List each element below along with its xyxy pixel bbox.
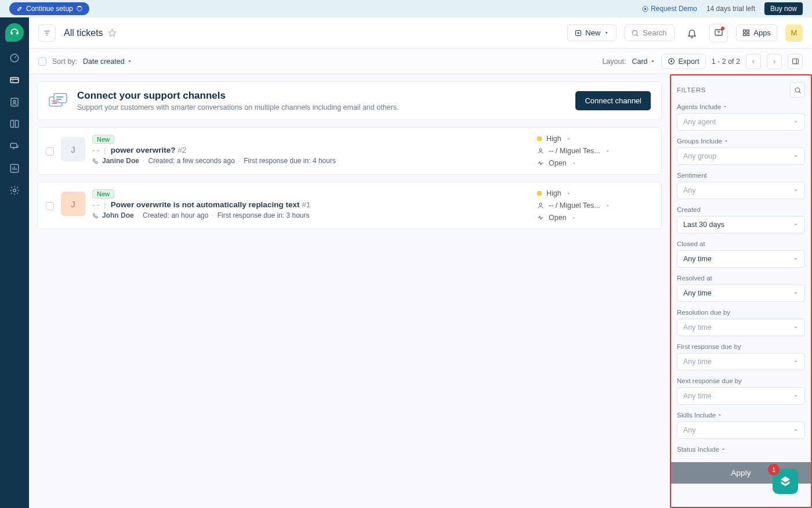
tickets-nav-icon[interactable] xyxy=(9,74,20,86)
ticket-checkbox[interactable] xyxy=(46,147,54,156)
app-logo[interactable] xyxy=(5,23,24,42)
prev-page-button[interactable] xyxy=(746,54,761,69)
admin-nav-icon[interactable] xyxy=(9,185,20,196)
chevron-down-icon xyxy=(793,153,799,159)
select-all-checkbox[interactable] xyxy=(38,57,46,66)
bell-icon xyxy=(687,28,697,38)
contacts-nav-icon[interactable] xyxy=(9,96,20,108)
priority-dropdown[interactable]: High xyxy=(537,135,653,143)
ticket-response-due: First response due in: 4 hours xyxy=(244,157,336,165)
filter-search-button[interactable] xyxy=(790,82,805,98)
ticket-contact: John Doe xyxy=(102,211,134,219)
social-nav-icon[interactable] xyxy=(9,140,20,152)
filter-select[interactable]: Any xyxy=(677,182,805,199)
agent-dropdown[interactable]: -- / Miguel Tes... xyxy=(537,147,653,155)
filter-label[interactable]: Status Include xyxy=(677,446,805,453)
filter-label: Sentiment xyxy=(677,172,805,179)
filter-group: Skills Include Any xyxy=(677,412,805,439)
chevron-down-icon xyxy=(793,119,799,125)
toggle-filter-panel-button[interactable] xyxy=(788,54,803,69)
priority-dropdown[interactable]: High xyxy=(537,189,653,197)
filter-select[interactable]: Any time xyxy=(677,250,805,268)
svg-point-19 xyxy=(539,149,542,151)
priority-indicator-icon xyxy=(537,191,542,196)
filter-label[interactable]: Agents Include xyxy=(677,103,805,110)
chevron-left-icon xyxy=(751,59,756,64)
layout-label: Layout: xyxy=(602,57,626,66)
agent-dropdown[interactable]: -- / Miguel Tes... xyxy=(537,201,653,210)
ticket-subject-link[interactable]: Power overwrite is not automatically rep… xyxy=(111,200,310,209)
views-toggle-button[interactable] xyxy=(38,24,56,42)
notifications-button[interactable] xyxy=(683,24,701,42)
filter-select[interactable]: Any group xyxy=(677,147,805,165)
search-input[interactable]: Search xyxy=(625,24,675,41)
ticket-checkbox[interactable] xyxy=(46,202,54,210)
continue-setup-button[interactable]: Continue setup xyxy=(9,2,89,15)
chevron-down-icon xyxy=(571,161,577,166)
svg-rect-12 xyxy=(747,30,749,33)
filter-select[interactable]: Any time xyxy=(677,387,805,405)
user-icon xyxy=(537,147,544,154)
play-icon xyxy=(642,6,648,12)
ticket-card[interactable]: J New - - | Power overwrite is not autom… xyxy=(37,182,662,229)
user-icon xyxy=(537,202,544,209)
layout-dropdown[interactable]: Card xyxy=(632,57,655,66)
freddy-fab-button[interactable]: 1 xyxy=(773,469,798,494)
filter-select[interactable]: Any time xyxy=(677,284,805,302)
filter-select[interactable]: Any agent xyxy=(677,113,805,131)
status-dropdown[interactable]: Open xyxy=(537,159,653,167)
svg-rect-2 xyxy=(10,78,19,83)
help-button[interactable] xyxy=(709,24,728,42)
chevron-down-icon xyxy=(793,188,799,193)
new-button[interactable]: New xyxy=(567,24,617,41)
fab-badge: 1 xyxy=(768,464,780,475)
filter-group: Next response due by Any time xyxy=(677,377,805,405)
ticket-timestamp: - - xyxy=(92,200,99,209)
filter-select[interactable]: Any time xyxy=(677,319,805,336)
dashboard-nav-icon[interactable] xyxy=(9,52,20,64)
connect-title: Connect your support channels xyxy=(77,90,398,102)
svg-rect-14 xyxy=(747,34,749,36)
user-avatar[interactable]: M xyxy=(785,24,803,42)
chevron-down-icon xyxy=(127,59,132,64)
solutions-nav-icon[interactable] xyxy=(9,118,20,130)
buy-now-button[interactable]: Buy now xyxy=(764,2,803,15)
filter-label: Next response due by xyxy=(677,377,805,384)
chevron-down-icon xyxy=(566,191,571,196)
analytics-nav-icon[interactable] xyxy=(9,163,20,174)
book-icon xyxy=(9,119,20,129)
export-button[interactable]: Export xyxy=(661,54,706,69)
gauge-icon xyxy=(9,53,20,63)
filter-select[interactable]: Last 30 days xyxy=(677,216,805,233)
plus-icon xyxy=(575,30,582,37)
chevron-down-icon xyxy=(793,325,799,330)
filter-label[interactable]: Groups Include xyxy=(677,138,805,145)
sort-dropdown[interactable]: Date created xyxy=(83,57,132,66)
status-dropdown[interactable]: Open xyxy=(537,214,653,222)
next-page-button[interactable] xyxy=(767,54,782,69)
filter-select[interactable]: Any time xyxy=(677,353,805,370)
ticket-icon xyxy=(9,75,20,85)
svg-rect-13 xyxy=(744,34,746,36)
svg-rect-11 xyxy=(744,30,746,33)
list-toolbar: Sort by: Date created Layout: Card Expor… xyxy=(29,49,812,74)
filter-label[interactable]: Skills Include xyxy=(677,412,805,419)
apps-button[interactable]: Apps xyxy=(736,24,777,41)
chevron-down-icon xyxy=(723,105,727,109)
filter-select[interactable]: Any xyxy=(677,421,805,439)
ticket-created: Created: a few seconds ago xyxy=(148,157,234,165)
filter-group: Created Last 30 days xyxy=(677,206,805,233)
phone-icon xyxy=(92,212,99,219)
gear-icon xyxy=(9,185,20,196)
request-demo-link[interactable]: Request Demo xyxy=(642,5,697,13)
download-icon xyxy=(668,57,675,65)
trial-banner: Continue setup Request Demo 14 days tria… xyxy=(0,0,812,17)
pulse-icon xyxy=(537,160,544,167)
favorite-star-icon[interactable] xyxy=(108,28,117,37)
ticket-subject-link[interactable]: power overwrite? #2 xyxy=(111,146,187,154)
page-title: All tickets xyxy=(64,28,117,38)
connect-channel-button[interactable]: Connect channel xyxy=(575,91,651,110)
ticket-card[interactable]: J New - - | power overwrite? #2 Janine D… xyxy=(37,127,662,175)
headset-icon xyxy=(10,28,19,37)
chevron-down-icon xyxy=(724,139,728,143)
